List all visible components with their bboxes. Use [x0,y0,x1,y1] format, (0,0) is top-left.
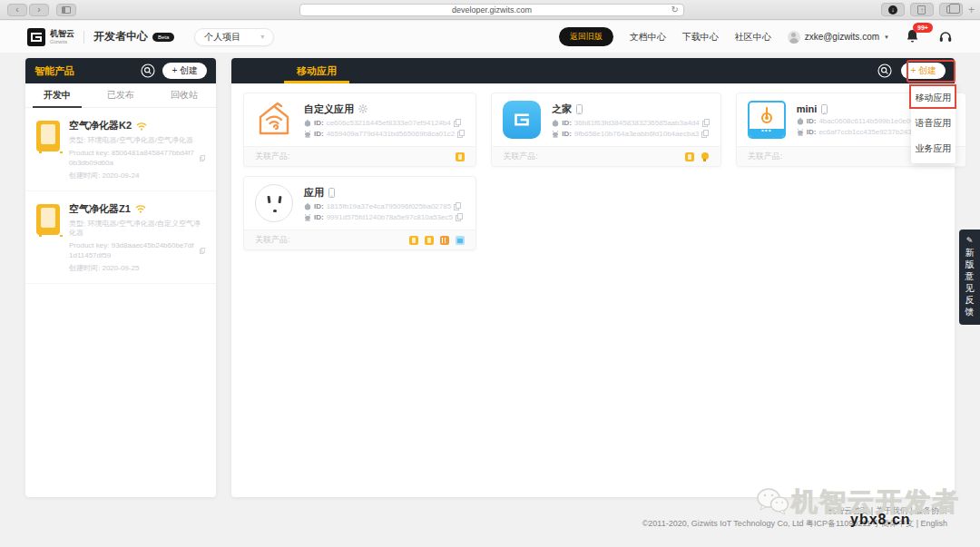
account-menu[interactable]: zxke@gizwits.com ▼ [788,31,889,44]
browser-share-button[interactable]: ↑ [910,3,934,16]
smart-products-panel: 智能产品 + 创建 开发中 已发布 回收站 空气净化器K2 [25,58,216,497]
air-purifier-product-icon [456,152,465,161]
ios-app-id: 1815fb19a37e4ca795096f025ba02785 [327,202,451,210]
support-headset-icon[interactable] [938,30,953,44]
browser-forward-button[interactable]: › [29,4,49,16]
brand-name-cn: 机智云 [50,30,74,38]
android-icon [304,130,311,138]
tabs-icon [946,5,956,14]
create-dropdown-menu: 移动应用 语音应用 业务应用 [911,83,956,163]
nav-download-center[interactable]: 下载中心 [682,31,719,44]
browser-downloads-button[interactable]: ↓ [881,3,905,16]
create-app-button[interactable]: + 创建 [901,63,946,79]
tab-recycle-bin[interactable]: 回收站 [152,83,216,107]
apple-icon [304,202,311,210]
product-type: 类型: 环境电器/空气净化器/自定义空气净化器 [69,220,205,239]
android-icon [797,128,804,136]
product-list-item[interactable]: 空气净化器K2 类型: 环境电器/空气净化器/空气净化器 Product key… [25,108,216,191]
product-list-item[interactable]: 空气净化器Z1 类型: 环境电器/空气净化器/自定义空气净化器 Product … [25,191,216,284]
android-icon [552,130,559,138]
copy-icon[interactable] [702,119,710,127]
browser-back-button[interactable]: ‹ [7,4,27,16]
phone-icon [328,188,335,198]
app-card[interactable]: 自定义应用 [243,93,476,167]
app-name: 自定义应用 [304,103,354,116]
nav-community-center[interactable]: 社区中心 [735,31,771,44]
product-key: Product key: 8506481a8458477bbd4f70b3db0… [69,149,198,168]
browser-toolbar: ‹ › developer.gizwits.com ↻ ↓ ↑ + [0,0,980,20]
project-select-value: 个人项目 [204,31,240,44]
ios-id-label: ID: [314,119,324,127]
product-name: 空气净化器K2 [69,119,132,132]
thermometer-device-icon: ••• [748,101,786,139]
product-created: 创建时间: 2020-09-24 [69,171,205,181]
url-text: developer.gizwits.com [452,5,532,15]
search-icon[interactable] [877,63,892,78]
project-select[interactable]: 个人项目 ▾ [194,28,274,46]
copy-icon[interactable] [454,119,461,127]
copy-icon[interactable] [456,213,463,221]
android-id-label: ID: [562,130,572,138]
android-id-label: ID: [314,213,324,221]
device-product-icon [425,236,434,245]
return-old-version-button[interactable]: 返回旧版 [559,27,613,46]
house-wifi-icon [256,102,292,138]
product-created: 创建时间: 2020-09-25 [69,264,205,273]
gizwits-logo-icon [27,28,45,46]
feedback-button[interactable]: ✎ 新版意见反馈 [959,230,980,325]
app-header: 机智云 Gizwits 开发者中心 Beta 个人项目 ▾ 返回旧版 文档中心 … [0,21,980,53]
apple-icon [552,119,559,127]
phone-icon [576,104,583,114]
create-product-button[interactable]: + 创建 [162,63,207,79]
android-id-label: ID: [314,130,324,138]
app-card[interactable]: 之家 ID: 36b81f63fd38458383236585aab3a4d4 … [491,93,721,167]
copy-icon[interactable] [200,247,205,255]
bulb-product-icon [701,152,710,161]
ios-app-id: 36b81f63fd38458383236585aab3a4d4 [574,119,700,127]
sidebar-icon [62,6,71,14]
menu-item-mobile-app[interactable]: 移动应用 [911,85,956,111]
product-type: 类型: 环境电器/空气净化器/空气净化器 [69,136,205,145]
share-icon: ↑ [917,5,926,15]
tab-published[interactable]: 已发布 [89,83,152,107]
ios-id-label: ID: [562,119,572,127]
feedback-label: 新版意见反馈 [965,247,975,317]
product-tabs: 开发中 已发布 回收站 [25,83,216,108]
notifications-button[interactable]: 99+ [906,29,922,45]
brand-text: 机智云 Gizwits [50,30,74,44]
app-name: 应用 [304,186,324,200]
new-tab-button[interactable]: + [968,4,975,16]
ios-app-id: ce606c53216445ef8333e07ef94124b4 [327,119,451,127]
menu-item-voice-app[interactable]: 语音应用 [911,111,956,136]
address-bar[interactable]: developer.gizwits.com ↻ [299,4,684,16]
tab-mobile-apps[interactable]: 移动应用 [284,58,349,83]
nav-docs-center[interactable]: 文档中心 [630,31,666,44]
mobile-apps-panel: 移动应用 + 创建 [231,58,955,497]
copy-icon[interactable] [457,130,465,138]
app-name: mini [797,103,818,114]
air-purifier-icon [36,204,60,235]
android-app-id: 4659409a779d4431bd565069b8ca01c2 [327,130,455,138]
copy-icon[interactable] [701,130,709,138]
search-icon[interactable] [141,63,155,78]
related-products-label: 关联产品: [748,151,783,162]
download-icon: ↓ [888,5,897,15]
product-key: Product key: 93d8aaec45b24b60be7df1d1145… [69,241,198,260]
browser-sidebar-button[interactable] [56,4,76,16]
header-divider [83,31,84,44]
ios-id-label: ID: [807,117,817,125]
menu-item-business-app[interactable]: 业务应用 [911,136,956,161]
tab-developing[interactable]: 开发中 [25,83,89,107]
mobile-apps-header: 移动应用 + 创建 [231,58,955,83]
browser-tabs-button[interactable] [939,3,963,16]
copy-icon[interactable] [200,154,205,162]
phone-icon [821,104,828,114]
related-products-label: 关联产品: [255,151,290,162]
copy-icon[interactable] [454,202,461,210]
app-cards-grid: 自定义应用 [231,83,955,259]
android-app-id: 9991d575fd1240b78a5e97c810a53ec5 [327,213,453,221]
app-card[interactable]: 应用 ID: 1815fb19a37e4ca795096f025ba02785 … [243,176,476,250]
wechat-icon [755,486,791,519]
refresh-icon[interactable]: ↻ [671,5,679,15]
related-products-label: 关联产品: [503,151,538,162]
